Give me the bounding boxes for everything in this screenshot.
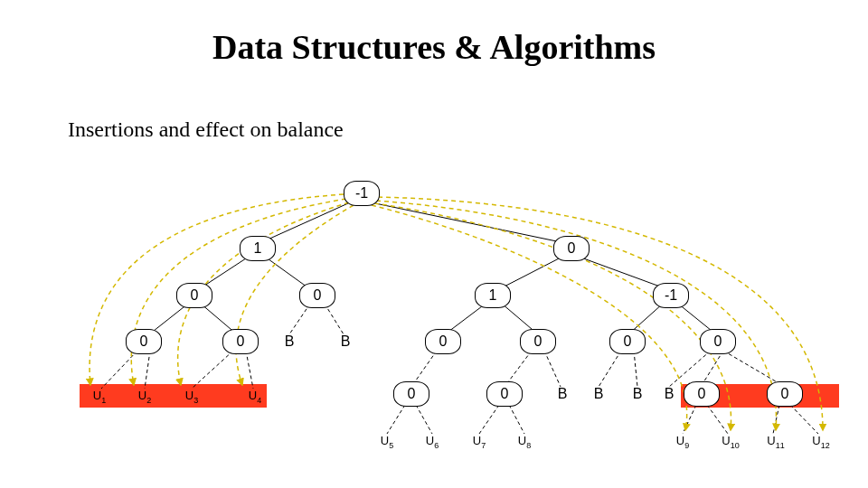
svg-line-5 <box>579 257 667 289</box>
node-rrrl: 0 <box>684 381 720 407</box>
leaf-u7: U7 <box>473 434 486 450</box>
svg-line-14 <box>192 351 233 389</box>
leaf-u9: U9 <box>676 434 689 450</box>
node-lr: 0 <box>299 283 335 308</box>
svg-line-25 <box>599 351 621 387</box>
svg-line-23 <box>479 405 499 434</box>
leaf-u11: U11 <box>767 434 784 450</box>
node-rrl: 0 <box>609 329 646 354</box>
tree-edges <box>0 0 868 488</box>
leaf-u12: U12 <box>812 434 829 450</box>
svg-line-15 <box>246 351 253 389</box>
leaf-u2: U2 <box>138 389 151 405</box>
svg-line-26 <box>634 351 637 387</box>
node-l: 1 <box>240 236 276 261</box>
node-rll: 0 <box>425 329 461 354</box>
svg-line-30 <box>683 405 696 434</box>
svg-line-17 <box>325 304 344 334</box>
svg-line-31 <box>707 405 728 434</box>
svg-line-33 <box>790 405 818 434</box>
node-rrlr: B <box>633 386 643 402</box>
node-rr: -1 <box>653 283 689 308</box>
node-rrrr: 0 <box>767 381 803 407</box>
svg-line-22 <box>416 405 432 434</box>
node-lll: 0 <box>126 329 162 354</box>
leaf-u8: U8 <box>518 434 531 450</box>
svg-line-24 <box>509 405 524 434</box>
svg-line-21 <box>387 405 405 434</box>
svg-line-16 <box>289 304 310 334</box>
node-rlrr: B <box>558 386 568 402</box>
svg-line-1 <box>375 203 570 244</box>
node-rl: 1 <box>475 283 511 308</box>
node-llr: 0 <box>222 329 259 354</box>
node-rrr: 0 <box>700 329 736 354</box>
node-lrl: B <box>285 333 295 350</box>
leaf-u5: U5 <box>381 434 393 450</box>
node-rlrl: 0 <box>486 381 523 407</box>
svg-line-20 <box>544 351 561 387</box>
node-root: -1 <box>344 181 380 206</box>
leaf-u3: U3 <box>185 389 198 405</box>
svg-line-13 <box>145 351 150 389</box>
leaf-u1: U1 <box>93 389 106 405</box>
leaf-u4: U4 <box>249 389 261 405</box>
node-rrrl0: B <box>665 386 675 402</box>
node-rrll: B <box>594 386 604 402</box>
node-rlll: 0 <box>393 381 429 407</box>
leaf-u6: U6 <box>426 434 439 450</box>
node-r: 0 <box>553 236 590 261</box>
node-lrr: B <box>341 333 351 350</box>
svg-line-4 <box>499 257 562 289</box>
node-ll: 0 <box>176 283 212 308</box>
node-rlr: 0 <box>520 329 556 354</box>
leaf-u10: U10 <box>722 434 739 450</box>
